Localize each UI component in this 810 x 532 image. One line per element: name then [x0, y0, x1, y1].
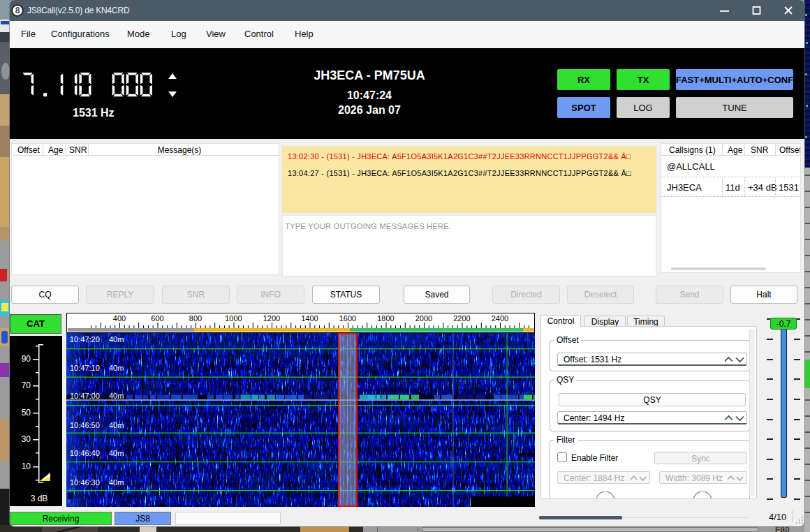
- svg-text:40m: 40m: [109, 478, 124, 487]
- svg-text:10:46:30: 10:46:30: [70, 478, 100, 487]
- svg-text:400: 400: [113, 314, 126, 323]
- svg-text:2000: 2000: [415, 314, 432, 323]
- svg-text:10: 10: [22, 461, 31, 471]
- svg-text:3 dB: 3 dB: [31, 494, 48, 503]
- svg-text:1800: 1800: [377, 314, 394, 323]
- svg-text:30: 30: [22, 434, 31, 444]
- svg-text:1600: 1600: [339, 314, 356, 323]
- svg-text:800: 800: [189, 314, 202, 323]
- svg-text:8: 8: [15, 6, 20, 15]
- svg-text:40m: 40m: [109, 392, 124, 400]
- svg-text:40m: 40m: [109, 364, 124, 372]
- svg-text:40m: 40m: [109, 335, 124, 343]
- svg-text:50: 50: [22, 408, 31, 418]
- svg-text:40m: 40m: [109, 449, 124, 457]
- svg-text:90: 90: [22, 354, 31, 364]
- svg-text:1400: 1400: [301, 314, 318, 323]
- svg-text:10:47:20: 10:47:20: [70, 335, 100, 343]
- svg-text:10:46:50: 10:46:50: [70, 421, 100, 429]
- svg-text:600: 600: [151, 314, 163, 323]
- svg-text:2200: 2200: [453, 314, 470, 323]
- svg-text:10:47:00: 10:47:00: [70, 392, 100, 400]
- svg-text:10:47:10: 10:47:10: [70, 364, 100, 372]
- svg-text:1000: 1000: [225, 314, 242, 323]
- svg-text:10:46:40: 10:46:40: [70, 449, 100, 457]
- svg-text:40m: 40m: [109, 421, 124, 429]
- svg-text:1200: 1200: [263, 314, 280, 323]
- svg-text:2400: 2400: [492, 314, 508, 323]
- svg-text:70: 70: [22, 380, 31, 390]
